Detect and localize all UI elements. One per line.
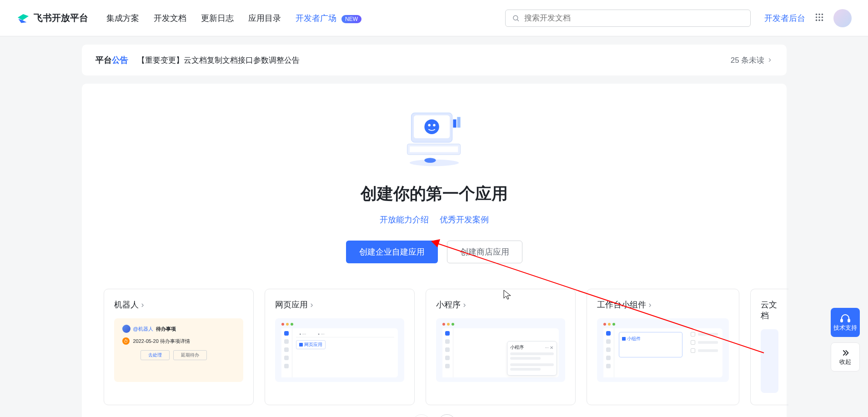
pager-prev-button[interactable] [412,414,431,417]
feishu-icon [16,11,30,25]
page-content: 平台公告 【重要变更】云文档复制文档接口参数调整公告 25 条未读 创建你的第一… [82,36,787,417]
svg-rect-24 [841,319,843,322]
svg-line-1 [517,20,519,21]
developer-backend-link[interactable]: 开发者后台 [764,13,805,24]
svg-point-15 [433,124,435,126]
svg-rect-16 [453,120,456,128]
svg-point-3 [818,13,820,15]
announcement-title: 平台公告 [95,55,128,65]
hero-buttons: 创建企业自建应用 创建商店应用 [82,241,787,263]
top-header: 飞书开放平台 集成方案 开发文档 更新日志 应用目录 开发者广场 NEW 开发者… [0,0,868,36]
card-pager [82,414,787,417]
svg-point-7 [822,16,823,18]
svg-point-4 [822,13,823,15]
svg-point-14 [428,124,430,126]
search-box[interactable] [505,10,751,27]
card-web[interactable]: 网页应用› ▪ ··· ▪ ··· 网页应用 [265,289,415,405]
hero-panel: 创建你的第一个应用 开放能力介绍 优秀开发案例 创建企业自建应用 创建商店应用 … [82,84,787,417]
svg-point-5 [816,16,818,18]
top-nav: 集成方案 开发文档 更新日志 应用目录 开发者广场 NEW [106,13,361,24]
svg-point-9 [818,19,820,21]
nav-devsquare[interactable]: 开发者广场 NEW [296,13,361,24]
announcement-message[interactable]: 【重要变更】云文档复制文档接口参数调整公告 [137,55,300,65]
headset-icon [840,313,851,324]
search-input[interactable] [524,14,744,23]
svg-point-0 [513,15,518,20]
create-store-app-button[interactable]: 创建商店应用 [447,241,522,263]
hero-illustration [393,106,475,174]
chevron-right-icon: › [311,300,313,310]
chevron-right-icon: › [141,300,144,310]
hero-link-cases[interactable]: 优秀开发案例 [440,214,489,225]
card-cloud-preview [761,329,778,393]
chevron-right-icon: › [649,300,652,310]
nav-changelog[interactable]: 更新日志 [201,13,234,24]
capability-cards: 机器人› @机器人 待办事项 ⏱ 2022-05-20 待办事项详情 去处理 延… [82,289,787,405]
svg-rect-19 [410,146,458,152]
collapse-button[interactable]: 收起 [831,342,860,372]
hero-link-capabilities[interactable]: 开放能力介绍 [380,214,429,225]
floating-buttons: 技术支持 收起 [831,308,860,372]
pager-next-button[interactable] [438,414,456,417]
chevron-right-icon: › [463,300,466,310]
svg-point-21 [424,158,436,163]
card-mini[interactable]: 小程序› 小程序··· ✕ [426,289,576,405]
hero-links: 开放能力介绍 优秀开发案例 [82,214,787,225]
nav-directory[interactable]: 应用目录 [248,13,281,24]
card-robot-preview: @机器人 待办事项 ⏱ 2022-05-20 待办事项详情 去处理 延期待办 [114,318,243,382]
new-badge: NEW [341,15,361,23]
card-robot[interactable]: 机器人› @机器人 待办事项 ⏱ 2022-05-20 待办事项详情 去处理 延… [104,289,254,405]
svg-point-8 [816,19,818,21]
search-icon [512,14,520,22]
card-widget-preview: 小组件 [597,318,729,382]
svg-rect-25 [848,319,850,322]
tech-support-button[interactable]: 技术支持 [831,308,860,337]
svg-point-10 [822,19,823,21]
card-widget[interactable]: 工作台小组件› 小组件 [587,289,739,405]
svg-point-2 [816,13,818,15]
svg-point-6 [818,16,820,18]
card-cloud-doc[interactable]: 云文档 [750,289,788,405]
svg-point-13 [424,120,439,134]
nav-docs[interactable]: 开发文档 [154,13,186,24]
chevron-right-icon [767,57,773,63]
create-self-app-button[interactable]: 创建企业自建应用 [346,241,438,263]
user-avatar[interactable] [833,9,852,27]
nav-devsquare-label: 开发者广场 [296,14,336,23]
announcement-unread[interactable]: 25 条未读 [731,55,773,65]
nav-integration[interactable]: 集成方案 [106,13,139,24]
chevron-double-right-icon [840,348,850,358]
brand-text: 飞书开放平台 [34,12,88,24]
brand-logo[interactable]: 飞书开放平台 [16,11,88,25]
card-web-preview: ▪ ··· ▪ ··· 网页应用 [275,318,404,382]
svg-rect-17 [457,117,460,127]
apps-grid-icon[interactable] [814,12,824,24]
announcement-bar: 平台公告 【重要变更】云文档复制文档接口参数调整公告 25 条未读 [82,45,787,75]
card-mini-preview: 小程序··· ✕ [436,318,565,382]
hero-title: 创建你的第一个应用 [82,183,787,205]
